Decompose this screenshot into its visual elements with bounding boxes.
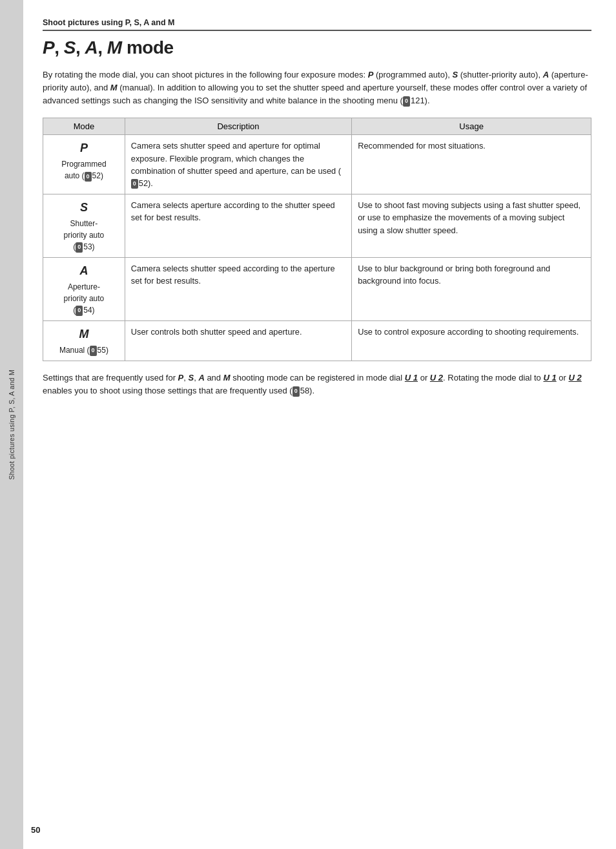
footer-m: M [223, 373, 231, 383]
mode-letter-m: M [79, 326, 88, 343]
footer-paragraph: Settings that are frequently used for P,… [43, 372, 591, 397]
table-row-m: M Manual (055) User controls both shutte… [43, 321, 591, 361]
icon-ref-s: 0 [76, 242, 83, 253]
section-header: Shoot pictures using P, S, A and M [43, 18, 591, 31]
mode-name-p: Programmedauto (052) [49, 158, 119, 182]
mode-a-ref: A [543, 70, 549, 79]
title-p: P [43, 37, 54, 58]
u4-badge: U 2 [569, 373, 582, 383]
footer-p: P [178, 373, 184, 383]
mode-name-s: Shutter-priority auto(053) [49, 218, 119, 253]
desc-cell-p: Camera sets shutter speed and aperture f… [125, 135, 351, 194]
mode-m-ref: M [110, 83, 118, 92]
icon-ref-121: 0 [403, 96, 410, 107]
icon-ref-58: 0 [293, 386, 300, 397]
table-row-a: A Aperture-priority auto(054) Camera sel… [43, 258, 591, 321]
mode-table: Mode Description Usage P Programmedauto … [43, 118, 591, 361]
col-header-mode: Mode [43, 118, 125, 135]
col-header-usage: Usage [352, 118, 591, 135]
desc-cell-m: User controls both shutter speed and ape… [125, 321, 351, 361]
usage-cell-s: Use to shoot fast moving subjects using … [352, 194, 591, 258]
mode-letter-a: A [79, 262, 88, 280]
footer-a: A [198, 373, 204, 383]
sidebar: Shoot pictures using P, S, A and M [0, 0, 23, 849]
footer-s: S [188, 373, 194, 383]
main-content: Shoot pictures using P, S, A and M P, S,… [23, 0, 616, 849]
intro-paragraph: By rotating the mode dial, you can shoot… [43, 68, 591, 107]
table-row-s: S Shutter-priority auto(053) Camera sele… [43, 194, 591, 258]
mode-cell-m: M Manual (055) [43, 321, 125, 361]
mode-cell-p: P Programmedauto (052) [43, 135, 125, 194]
mode-name-a: Aperture-priority auto(054) [49, 281, 119, 316]
table-header-row: Mode Description Usage [43, 118, 591, 135]
mode-p-ref: P [368, 70, 374, 79]
mode-cell-a: A Aperture-priority auto(054) [43, 258, 125, 321]
u2-badge: U 2 [430, 373, 443, 383]
usage-cell-p: Recommended for most situations. [352, 135, 591, 194]
sidebar-label: Shoot pictures using P, S, A and M [8, 370, 15, 480]
mode-name-m: Manual (055) [49, 344, 119, 356]
mode-letter-s: S [80, 199, 88, 216]
mode-letter-p: P [80, 140, 88, 157]
mode-s-ref: S [452, 70, 458, 79]
col-header-description: Description [125, 118, 351, 135]
u1-badge: U 1 [405, 373, 418, 383]
icon-ref-a: 0 [76, 306, 83, 316]
page-title: P, S, A, M mode [43, 37, 591, 58]
icon-ref-p2: 0 [131, 179, 138, 189]
u3-badge: U 1 [543, 373, 556, 383]
title-s: S [64, 37, 76, 58]
icon-ref-m: 0 [90, 346, 97, 356]
title-a: A [85, 37, 98, 58]
table-row-p: P Programmedauto (052) Camera sets shutt… [43, 135, 591, 194]
mode-cell-s: S Shutter-priority auto(053) [43, 194, 125, 258]
page: Shoot pictures using P, S, A and M Shoot… [0, 0, 616, 849]
title-m: M [107, 37, 122, 58]
page-number: 50 [31, 825, 40, 835]
usage-cell-a: Use to blur background or bring both for… [352, 258, 591, 321]
desc-cell-s: Camera selects aperture according to the… [125, 194, 351, 258]
desc-cell-a: Camera selects shutter speed according t… [125, 258, 351, 321]
usage-cell-m: Use to control exposure according to sho… [352, 321, 591, 361]
icon-ref-p: 0 [85, 172, 92, 182]
